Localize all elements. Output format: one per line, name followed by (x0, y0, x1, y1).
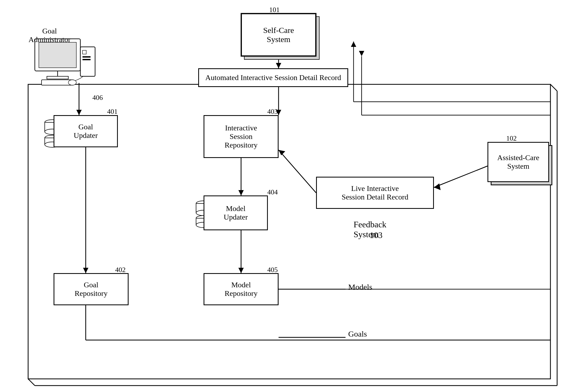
assisted-care-ref: 102 (506, 134, 517, 142)
goal-repo-ref: 402 (115, 266, 126, 274)
svg-marker-13 (351, 42, 356, 47)
svg-marker-16 (359, 51, 364, 56)
svg-rect-48 (42, 80, 74, 85)
model-repo-ref: 405 (267, 266, 278, 274)
goal-updater-ref: 401 (107, 108, 118, 116)
svg-marker-6 (76, 110, 82, 115)
svg-marker-18 (238, 190, 244, 195)
svg-line-1 (28, 379, 35, 386)
goal-updater-box: GoalUpdater (54, 115, 118, 147)
goal-repo-label: GoalRepository (75, 281, 108, 298)
svg-marker-8 (276, 63, 281, 68)
auto-isdr-label: Automated Interactive Session Detail Rec… (205, 73, 341, 82)
goal-admin-ref: 406 (92, 94, 103, 102)
feedback-system-number: 103 (370, 230, 382, 240)
svg-rect-45 (39, 42, 76, 68)
diagram-container: Self-CareSystem 101 GoalAdministrator 40… (0, 0, 574, 392)
live-isdr-box: Live InteractiveSession Detail Record (316, 177, 434, 209)
assisted-care-label: Assisted-CareSystem (497, 153, 539, 171)
self-care-system-label: Self-CareSystem (263, 26, 294, 44)
svg-rect-49 (80, 47, 95, 76)
svg-marker-22 (83, 268, 88, 273)
goal-repo-box: GoalRepository (54, 273, 129, 305)
model-updater-box: ModelUpdater (204, 195, 268, 230)
model-updater-ref: 404 (267, 188, 278, 196)
svg-point-53 (68, 80, 76, 85)
model-repo-label: ModelRepository (225, 281, 258, 298)
goals-label: Goals (348, 329, 367, 338)
model-updater-label: ModelUpdater (224, 204, 248, 221)
svg-marker-20 (238, 268, 244, 273)
arrows-svg (0, 0, 574, 392)
svg-marker-26 (434, 183, 441, 190)
isr-ref: 403 (267, 108, 278, 116)
auto-isdr-box: Automated Interactive Session Detail Rec… (198, 68, 348, 87)
svg-rect-47 (47, 76, 68, 79)
svg-line-3 (550, 84, 557, 91)
self-care-system-box: Self-CareSystem (241, 13, 316, 56)
svg-line-23 (279, 150, 316, 193)
goal-admin-label: GoalAdministrator (20, 27, 79, 44)
svg-rect-52 (82, 59, 91, 60)
svg-line-25 (434, 166, 487, 187)
isr-label: InteractiveSessionRepository (225, 124, 258, 149)
svg-rect-51 (82, 56, 91, 58)
model-repo-box: ModelRepository (204, 273, 279, 305)
svg-marker-24 (279, 150, 285, 155)
isr-box: InteractiveSessionRepository (204, 115, 279, 158)
live-isdr-label: Live InteractiveSession Detail Record (342, 184, 408, 201)
self-care-ref: 101 (269, 6, 280, 14)
models-label: Models (348, 282, 372, 292)
svg-rect-50 (82, 50, 86, 54)
assisted-care-box: Assisted-CareSystem (487, 142, 549, 182)
goal-updater-label: GoalUpdater (74, 123, 98, 140)
